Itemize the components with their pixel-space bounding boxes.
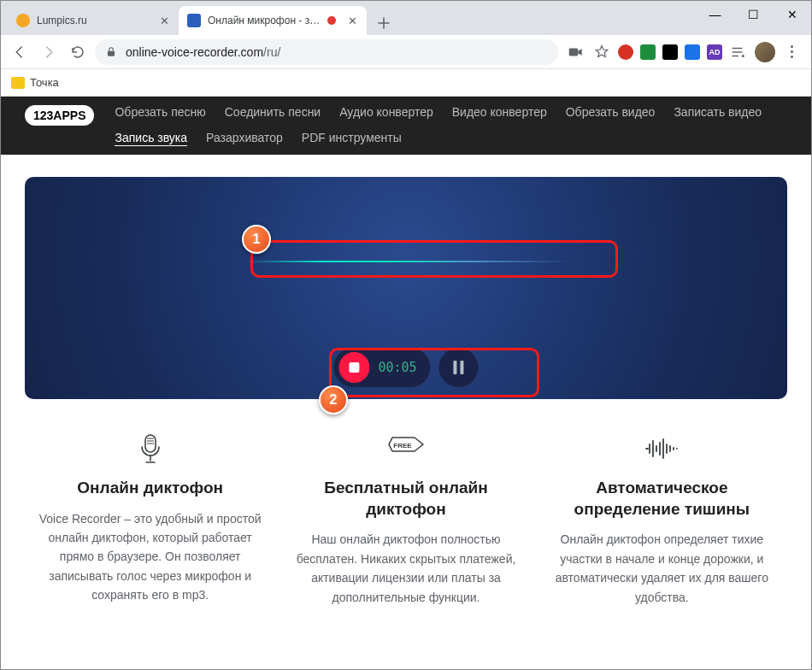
annotation-box <box>329 348 539 397</box>
recording-indicator-icon <box>327 16 336 25</box>
feature-card: Автоматическое определение тишины Онлайн… <box>547 432 777 607</box>
nav-link[interactable]: PDF инструменты <box>302 131 402 146</box>
tab-title: Lumpics.ru <box>37 15 153 26</box>
lock-icon <box>105 46 117 58</box>
reload-button[interactable] <box>66 40 90 64</box>
extension-icon[interactable] <box>640 44 656 60</box>
bookmark-label: Точка <box>30 76 59 89</box>
window-controls: — ☐ ✕ <box>696 1 811 28</box>
favicon <box>187 14 201 27</box>
nav-link[interactable]: Аудио конвертер <box>339 105 433 119</box>
features-row: Онлайн диктофон Voice Recorder – это удо… <box>1 414 811 624</box>
nav-link[interactable]: Записать видео <box>674 105 762 119</box>
bookmark-item[interactable]: Точка <box>11 76 59 89</box>
page-content: 123APPS Обрезать песнюСоединить песниАуд… <box>1 97 811 669</box>
feature-card: FREE Бесплатный онлайн диктофон Наш онла… <box>291 432 521 607</box>
playlist-icon[interactable] <box>729 43 748 62</box>
nav-link[interactable]: Обрезать песню <box>115 105 205 119</box>
tab-title: Онлайн микрофон - запись <box>208 15 322 26</box>
address-bar[interactable]: online-voice-recorder.com/ru/ <box>95 39 558 65</box>
feature-title: Бесплатный онлайн диктофон <box>291 478 521 520</box>
feature-title: Автоматическое определение тишины <box>547 478 777 520</box>
favicon <box>16 14 30 27</box>
url-host: online-voice-recorder.com <box>126 45 263 59</box>
svg-rect-0 <box>108 50 115 56</box>
maximize-button[interactable]: ☐ <box>734 1 773 28</box>
svg-text:FREE: FREE <box>393 442 412 450</box>
url-path: /ru/ <box>263 45 280 59</box>
toolbar-icons: AD <box>563 42 804 62</box>
star-icon[interactable] <box>592 43 611 62</box>
annotation-callout: 2 <box>319 385 348 414</box>
tab-active[interactable]: Онлайн микрофон - запись ✕ <box>179 6 367 35</box>
browser-titlebar: Lumpics.ru ✕ Онлайн микрофон - запись ✕ … <box>1 1 811 35</box>
forward-button[interactable] <box>37 40 61 64</box>
avatar[interactable] <box>755 42 775 62</box>
bookmarks-bar: Точка <box>1 69 811 97</box>
new-tab-button[interactable] <box>372 11 396 35</box>
extension-icon[interactable] <box>618 44 633 60</box>
feature-body: Voice Recorder – это удобный и простой о… <box>35 509 265 605</box>
site-logo[interactable]: 123APPS <box>25 105 94 126</box>
nav-link[interactable]: Видео конвертер <box>452 105 547 119</box>
nav-link[interactable]: Разархиватор <box>206 131 283 146</box>
extension-icon[interactable] <box>662 44 678 60</box>
close-icon[interactable]: ✕ <box>346 15 358 26</box>
browser-toolbar: online-voice-recorder.com/ru/ AD <box>1 35 811 69</box>
svg-rect-1 <box>569 48 579 56</box>
feature-body: Наш онлайн диктофон полностью бесплатен.… <box>291 530 521 607</box>
folder-icon <box>11 77 25 89</box>
feature-card: Онлайн диктофон Voice Recorder – это удо… <box>35 432 265 607</box>
nav-links: Обрезать песнюСоединить песниАудио конве… <box>115 105 787 146</box>
extension-icon[interactable] <box>685 44 700 60</box>
svg-point-2 <box>742 55 744 57</box>
close-window-button[interactable]: ✕ <box>773 1 811 28</box>
nav-link[interactable]: Соединить песни <box>225 105 321 119</box>
camera-icon[interactable] <box>567 43 585 62</box>
free-tag-icon: FREE <box>291 432 521 466</box>
extension-icon[interactable]: AD <box>707 44 722 60</box>
minimize-button[interactable]: — <box>696 1 734 28</box>
recorder-panel: 1 00:05 2 <box>25 177 787 399</box>
annotation-callout: 1 <box>242 225 271 254</box>
sound-wave-icon <box>547 432 777 466</box>
menu-button[interactable] <box>782 43 801 62</box>
nav-link[interactable]: Запись звука <box>115 131 187 146</box>
close-icon[interactable]: ✕ <box>158 15 170 26</box>
nav-link[interactable]: Обрезать видео <box>566 105 656 119</box>
annotation-box <box>250 240 618 278</box>
tab-inactive[interactable]: Lumpics.ru ✕ <box>8 6 179 35</box>
microphone-icon <box>35 432 265 466</box>
feature-title: Онлайн диктофон <box>35 478 265 499</box>
back-button[interactable] <box>8 40 32 64</box>
site-navigation: 123APPS Обрезать песнюСоединить песниАуд… <box>1 97 811 155</box>
feature-body: Онлайн диктофон определяет тихие участки… <box>547 530 777 607</box>
